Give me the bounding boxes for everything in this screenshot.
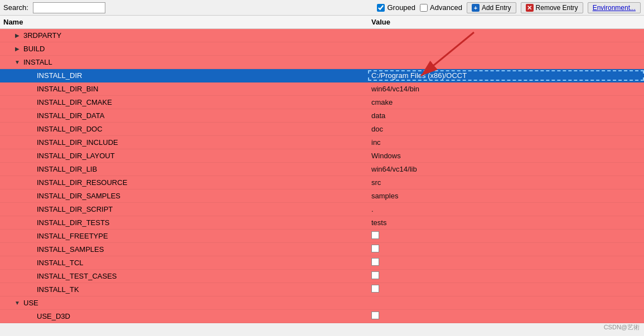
name-text: USE (23, 299, 38, 307)
cell-name: ▶3RDPARTY (0, 31, 368, 40)
cell-value: win64/vc14/lib (368, 165, 644, 173)
cell-value: samples (368, 192, 644, 200)
col-name-header: Name (3, 18, 371, 26)
environment-button[interactable]: Environment... (588, 2, 641, 13)
cell-name: INSTALL_TK (0, 285, 368, 294)
cell-name: INSTALL_DIR_SAMPLES (0, 192, 368, 200)
cell-name: INSTALL_DIR_RESOURCE (0, 178, 368, 187)
cell-value: tests (368, 218, 644, 227)
value-checkbox[interactable] (371, 231, 379, 239)
name-text: INSTALL (23, 58, 52, 66)
table-header: Name Value (0, 16, 644, 29)
table-row[interactable]: INSTALL_DIR_LAYOUTWindows (0, 149, 644, 163)
name-text: INSTALL_TK (37, 285, 79, 294)
remove-entry-button[interactable]: ✕ Remove Entry (521, 2, 583, 13)
cell-value: src (368, 178, 644, 187)
table-row[interactable]: INSTALL_DIR_RESOURCEsrc (0, 176, 644, 189)
name-text: INSTALL_DIR_SCRIPT (37, 205, 113, 213)
remove-entry-label: Remove Entry (536, 4, 578, 12)
cell-value: . (368, 205, 644, 213)
cell-value (368, 285, 644, 294)
table-row[interactable]: INSTALL_DIR_SCRIPT. (0, 203, 644, 216)
name-text: INSTALL_DIR_RESOURCE (37, 178, 127, 187)
cell-name: INSTALL_DIR_BIN (0, 85, 368, 93)
name-text: INSTALL_TCL (37, 259, 84, 267)
table-row[interactable]: INSTALL_DIR_DOCdoc (0, 123, 644, 136)
name-text: INSTALL_DIR_TESTS (37, 218, 110, 227)
name-text: 3RDPARTY (23, 31, 61, 40)
cell-name: INSTALL_DIR_LAYOUT (0, 152, 368, 160)
cell-value: data (368, 111, 644, 120)
grouped-check-group: Grouped (377, 3, 415, 12)
name-text: INSTALL_DIR_CMAKE (37, 98, 112, 106)
table-row[interactable]: INSTALL_DIR_CMAKEcmake (0, 96, 644, 109)
table-row[interactable]: INSTALL_DIR_LIBwin64/vc14/lib (0, 163, 644, 176)
name-text: INSTALL_DIR_LAYOUT (37, 152, 115, 160)
cell-name: INSTALL_DIR (0, 71, 368, 80)
cell-name: INSTALL_TCL (0, 259, 368, 267)
name-text: INSTALL_DIR_SAMPLES (37, 192, 120, 200)
table-row[interactable]: INSTALL_SAMPLES (0, 243, 644, 256)
name-text: INSTALL_TEST_CASES (37, 272, 117, 280)
table-row[interactable]: INSTALL_DIR_DATAdata (0, 109, 644, 123)
expand-expanded-icon[interactable]: ▼ (13, 299, 21, 307)
value-checkbox[interactable] (371, 311, 379, 319)
table-row[interactable]: INSTALL_DIR_TESTStests (0, 216, 644, 230)
watermark: CSDN@艺術 (604, 323, 640, 332)
table-container: Name Value ▶3RDPARTY▶BUILD▼INSTALLINSTAL… (0, 16, 644, 336)
cell-value: inc (368, 138, 644, 147)
table-row[interactable]: ▶BUILD (0, 42, 644, 56)
cell-value: Windows (368, 152, 644, 160)
add-entry-button[interactable]: + Add Entry (467, 2, 516, 13)
cell-value: doc (368, 125, 644, 133)
value-checkbox[interactable] (371, 245, 379, 252)
cell-name: INSTALL_DIR_DATA (0, 111, 368, 120)
expand-expanded-icon[interactable]: ▼ (13, 59, 21, 66)
cell-name: ▼USE (0, 299, 368, 307)
name-text: USE_D3D (37, 312, 70, 320)
advanced-label[interactable]: Advanced (430, 3, 462, 12)
name-text: INSTALL_FREETYPE (37, 232, 108, 240)
table-row[interactable]: INSTALL_TK (0, 283, 644, 296)
cell-value: win64/vc14/bin (368, 85, 644, 93)
name-text: INSTALL_DIR_DOC (37, 125, 103, 133)
name-text: BUILD (23, 45, 45, 53)
table-row[interactable]: INSTALL_DIRC:/Program Files (x86)/OCCT (0, 69, 644, 82)
name-text: INSTALL_SAMPLES (37, 245, 104, 254)
add-entry-label: Add Entry (482, 4, 511, 12)
table-row[interactable]: ▶3RDPARTY (0, 29, 644, 42)
cell-name: INSTALL_DIR_SCRIPT (0, 205, 368, 213)
table-row[interactable]: USE_D3D (0, 310, 644, 323)
toolbar: Search: Grouped Advanced + Add Entry ✕ R… (0, 0, 644, 16)
value-checkbox[interactable] (371, 285, 379, 293)
table-row[interactable]: INSTALL_DIR_BINwin64/vc14/bin (0, 82, 644, 96)
cell-value (368, 231, 644, 241)
table-row[interactable]: INSTALL_TEST_CASES (0, 270, 644, 283)
table-row[interactable]: INSTALL_TCL (0, 256, 644, 270)
search-label: Search: (3, 3, 28, 12)
advanced-check-group: Advanced (420, 3, 462, 12)
table-row[interactable]: INSTALL_DIR_SAMPLESsamples (0, 189, 644, 203)
cell-name: INSTALL_DIR_INCLUDE (0, 138, 368, 147)
expand-collapsed-icon[interactable]: ▶ (13, 32, 21, 40)
search-input[interactable] (33, 2, 105, 13)
grouped-checkbox[interactable] (377, 4, 385, 12)
cell-name: INSTALL_DIR_DOC (0, 125, 368, 133)
add-icon: + (472, 4, 480, 12)
name-text: INSTALL_DIR (37, 71, 82, 80)
advanced-checkbox[interactable] (420, 4, 428, 12)
table-row[interactable]: INSTALL_FREETYPE (0, 230, 644, 243)
value-checkbox[interactable] (371, 271, 379, 279)
cell-name: ▼INSTALL (0, 58, 368, 66)
name-text: INSTALL_DIR_INCLUDE (37, 138, 118, 147)
cell-name: ▶BUILD (0, 45, 368, 53)
table-row[interactable]: ▼USE (0, 296, 644, 310)
value-checkbox[interactable] (371, 258, 379, 266)
table-row[interactable]: ▼INSTALL (0, 56, 644, 69)
expand-collapsed-icon[interactable]: ▶ (13, 45, 21, 53)
cell-value (368, 258, 644, 267)
grouped-label[interactable]: Grouped (387, 3, 415, 12)
table-row[interactable]: INSTALL_DIR_INCLUDEinc (0, 136, 644, 149)
name-text: INSTALL_DIR_LIB (37, 165, 97, 173)
cell-value: C:/Program Files (x86)/OCCT (368, 70, 644, 81)
